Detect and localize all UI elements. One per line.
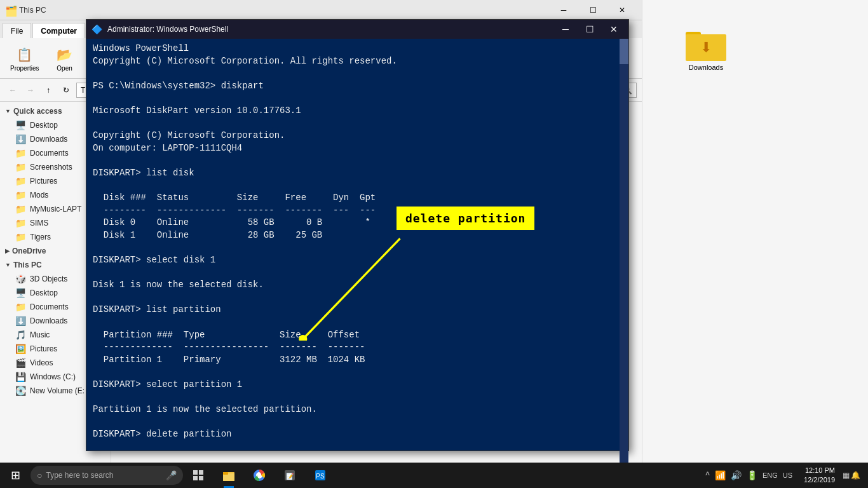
sidebar-item-screenshots-label: Screenshots	[30, 163, 72, 172]
show-desktop-button[interactable]	[863, 463, 868, 488]
sidebar-item-music-label: Music	[30, 330, 50, 339]
ps-title-bar: 🔷 Administrator: Windows PowerShell ─ ☐ …	[86, 20, 628, 39]
svg-rect-8	[223, 472, 228, 475]
taskbar-right-icons: ▦ 🔔	[840, 471, 863, 480]
desktop-pc-icon: 🖥️	[15, 288, 26, 298]
sidebar-item-mymusic-label: MyMusic-LAPT	[30, 205, 81, 214]
dl-pc-icon: ⬇️	[15, 316, 26, 326]
ps-content[interactable]: Windows PowerShell Copyright (C) Microso…	[86, 39, 628, 451]
downloads-folder-container: ⬇ Downloads	[642, 0, 868, 99]
desktop-icon: 🖥️	[15, 120, 26, 130]
properties-button[interactable]: 📋 Properties	[5, 42, 44, 74]
taskbar-search-text: Type here to search	[46, 471, 113, 480]
taskbar-clock[interactable]: 12:10 PM 12/2/2019	[799, 466, 840, 485]
sidebar-item-desktop-label: Desktop	[30, 121, 58, 130]
svg-text:PS: PS	[316, 473, 325, 480]
task-view-button[interactable]	[183, 463, 214, 488]
taskbar-tray: ^ 📶 🔊 🔋 ENG US	[699, 469, 799, 482]
up-button[interactable]: ↑	[41, 83, 56, 98]
ps-scrollbar[interactable]	[620, 39, 628, 471]
tray-network-icon[interactable]: 📶	[714, 469, 727, 482]
tray-chevron-icon[interactable]: ^	[704, 469, 711, 482]
ps-title-text: Administrator: Windows PowerShell	[107, 25, 551, 34]
sidebar-item-pictures-label: Pictures	[30, 177, 57, 186]
ps-scrollbar-thumb[interactable]	[620, 39, 628, 64]
sidebar-item-tigers-label: Tigers	[30, 233, 51, 241]
taskbar-date: 12/2/2019	[804, 475, 835, 485]
svg-rect-5	[199, 476, 203, 480]
pictures-icon: 📁	[15, 176, 26, 186]
taskbar-time: 12:10 PM	[804, 466, 835, 475]
svg-text:📝: 📝	[286, 472, 294, 480]
videos-icon: 🎬	[15, 358, 26, 368]
ps-close-button[interactable]: ✕	[604, 23, 623, 36]
microphone-icon: 🎤	[166, 470, 177, 480]
sidebar-item-documents-label: Documents	[30, 149, 69, 158]
sidebar-item-downloads-label: Downloads	[30, 135, 67, 144]
folder-icon: 🗂️	[5, 5, 15, 15]
tray-region-icon: US	[782, 470, 794, 480]
ps-maximize-button[interactable]: ☐	[580, 23, 599, 36]
sidebar-item-newvol-e-label: New Volume (E:	[30, 386, 85, 395]
taskbar-chrome[interactable]	[244, 463, 275, 488]
pics-icon: 🖼️	[15, 344, 26, 354]
close-button[interactable]: ✕	[607, 0, 637, 20]
this-pc-label: This PC	[13, 261, 42, 269]
tigers-icon: 📁	[15, 232, 26, 242]
title-bar-controls: ─ ☐ ✕	[549, 0, 637, 20]
start-button[interactable]: ⊞	[0, 463, 31, 488]
title-bar-text: This PC	[19, 6, 549, 15]
powershell-window: 🔷 Administrator: Windows PowerShell ─ ☐ …	[86, 19, 629, 451]
3d-icon: 🎲	[15, 274, 26, 284]
downloads-icon: ⬇️	[15, 134, 26, 144]
chevron-icon-2: ▶	[5, 248, 10, 254]
sidebar-item-sims-label: SIMS	[30, 219, 48, 227]
sidebar-item-windows-c-label: Windows (C:)	[30, 372, 76, 381]
tab-computer[interactable]: Computer	[32, 23, 85, 38]
taskbar-app4[interactable]: PS	[305, 463, 336, 488]
chevron-icon-3: ▼	[5, 262, 11, 268]
tray-battery-icon[interactable]: 🔋	[745, 469, 759, 482]
sidebar-item-3d-label: 3D Objects	[30, 274, 67, 283]
folder-visual: ⬇	[686, 28, 726, 61]
open-icon: 📂	[55, 44, 75, 65]
forward-button[interactable]: →	[23, 83, 38, 98]
taskbar-file-explorer[interactable]	[214, 463, 244, 488]
documents-icon: 📁	[15, 148, 26, 158]
ps-minimize-button[interactable]: ─	[556, 23, 575, 36]
sidebar-item-videos-label: Videos	[30, 358, 53, 367]
settings-layout-icon[interactable]: ▦	[843, 471, 850, 480]
downloads-folder-item[interactable]: ⬇ Downloads	[681, 25, 731, 74]
chevron-icon: ▼	[5, 108, 11, 114]
minimize-button[interactable]: ─	[549, 0, 578, 20]
notifications-icon[interactable]: 🔔	[851, 471, 860, 480]
sidebar-item-pics-label: Pictures	[30, 344, 57, 353]
annotation-box: delete partition	[397, 207, 534, 230]
taskbar-search-box[interactable]: ○ Type here to search 🎤	[31, 466, 183, 485]
tray-volume-icon[interactable]: 🔊	[729, 469, 743, 482]
refresh-button[interactable]: ↻	[58, 83, 74, 98]
folder-arrow-icon: ⬇	[700, 39, 712, 56]
back-button[interactable]: ←	[5, 83, 20, 98]
taskbar-app3[interactable]: 📝	[275, 463, 305, 488]
sidebar-item-dl-pc-label: Downloads	[30, 316, 67, 325]
svg-rect-4	[193, 476, 198, 480]
file-explorer-title-bar: 🗂️ This PC ─ ☐ ✕	[0, 0, 642, 20]
tab-file[interactable]: File	[3, 23, 31, 38]
mods-icon: 📁	[15, 190, 26, 200]
newvol-e-icon: 💽	[15, 386, 26, 396]
sidebar-item-desktop-pc-label: Desktop	[30, 288, 58, 297]
docs-pc-icon: 📁	[15, 302, 26, 312]
sidebar-item-mods-label: Mods	[30, 191, 48, 200]
right-file-panel: ⬇ Downloads	[642, 0, 868, 463]
svg-rect-2	[193, 470, 198, 475]
ps-icon: 🔷	[92, 24, 102, 34]
open-button[interactable]: 📂 Open	[50, 42, 80, 74]
screenshots-icon: 📁	[15, 162, 26, 172]
taskbar: ⊞ ○ Type here to search 🎤 📝 PS ^ 📶 🔊 🔋 E…	[0, 463, 868, 488]
music-icon: 🎵	[15, 330, 26, 340]
maximize-button[interactable]: ☐	[578, 0, 607, 20]
onedrive-label: OneDrive	[12, 247, 46, 255]
mymusic-icon: 📁	[15, 204, 26, 214]
taskbar-search-icon: ○	[37, 470, 42, 480]
